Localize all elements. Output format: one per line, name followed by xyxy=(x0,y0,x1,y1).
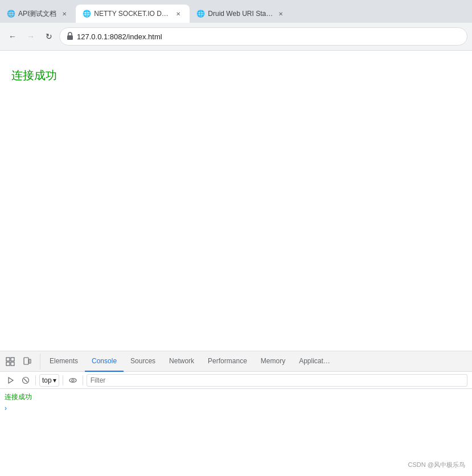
svg-rect-3 xyxy=(11,358,14,361)
toolbar-divider xyxy=(35,375,36,385)
tab-elements[interactable]: Elements xyxy=(43,351,85,372)
tab-network[interactable]: Network xyxy=(162,351,201,372)
tab-favicon-netty: 🌐 xyxy=(83,10,91,18)
tab-title-druid: Druid Web URI Sta… xyxy=(208,10,273,18)
tab-sources[interactable]: Sources xyxy=(124,351,162,372)
svg-rect-5 xyxy=(24,358,28,364)
console-chevron-icon: › xyxy=(5,404,7,412)
tab-memory[interactable]: Memory xyxy=(254,351,292,372)
tab-close-druid[interactable]: ✕ xyxy=(276,9,285,18)
devtools-tab-bar: Elements Console Sources Network Perform… xyxy=(0,351,472,372)
toolbar-divider-2 xyxy=(63,375,63,385)
tab-application[interactable]: Applicat… xyxy=(292,351,337,372)
console-log-text: 连接成功 xyxy=(5,392,32,402)
svg-marker-7 xyxy=(9,377,13,383)
watermark: CSDN @风中极乐鸟 xyxy=(408,461,465,469)
tab-bar: 🌐 API测试文档 ✕ 🌐 NETTY SOCKET.IO DEM… ✕ 🌐 D… xyxy=(0,0,472,23)
device-icon-button[interactable] xyxy=(19,354,35,370)
play-button[interactable] xyxy=(5,374,17,387)
svg-line-9 xyxy=(24,379,27,382)
url-text: 127.0.0.1:8082/index.html xyxy=(77,32,460,41)
tab-title-api: API测试文档 xyxy=(18,9,56,19)
top-selector[interactable]: top ▾ xyxy=(39,374,59,387)
url-bar[interactable]: 127.0.0.1:8082/index.html xyxy=(59,27,467,46)
toolbar-divider-3 xyxy=(83,375,83,385)
tab-title-netty: NETTY SOCKET.IO DEM… xyxy=(94,10,170,18)
refresh-button[interactable]: ↻ xyxy=(41,28,57,44)
filter-input[interactable] xyxy=(87,374,467,387)
devtools-panel: Elements Console Sources Network Perform… xyxy=(0,351,472,476)
stop-button[interactable] xyxy=(19,374,32,387)
connection-success-heading: 连接成功 xyxy=(11,68,461,83)
address-bar: ← → ↻ 127.0.0.1:8082/index.html xyxy=(0,23,472,50)
forward-button[interactable]: → xyxy=(23,28,39,44)
tab-performance[interactable]: Performance xyxy=(201,351,254,372)
tab-api[interactable]: 🌐 API测试文档 ✕ xyxy=(0,5,76,23)
console-log-line: 连接成功 xyxy=(0,391,472,403)
tab-close-netty[interactable]: ✕ xyxy=(174,9,183,18)
svg-rect-6 xyxy=(29,359,31,363)
page-content: 连接成功 xyxy=(0,51,472,351)
tab-favicon-api: 🌐 xyxy=(7,10,15,18)
svg-rect-2 xyxy=(6,362,10,366)
svg-point-11 xyxy=(72,379,74,381)
browser-chrome: 🌐 API测试文档 ✕ 🌐 NETTY SOCKET.IO DEM… ✕ 🌐 D… xyxy=(0,0,472,51)
chevron-down-icon: ▾ xyxy=(53,376,56,384)
tab-close-api[interactable]: ✕ xyxy=(60,9,69,18)
tab-console[interactable]: Console xyxy=(85,351,124,372)
console-output: 连接成功 › xyxy=(0,389,472,476)
console-toolbar: top ▾ xyxy=(0,372,472,389)
lock-icon xyxy=(67,32,73,42)
back-button[interactable]: ← xyxy=(5,28,20,44)
inspect-icon-button[interactable] xyxy=(2,354,18,370)
svg-rect-4 xyxy=(11,362,14,366)
svg-rect-0 xyxy=(67,35,73,40)
tab-netty[interactable]: 🌐 NETTY SOCKET.IO DEM… ✕ xyxy=(76,5,190,23)
console-prompt-line[interactable]: › xyxy=(0,403,472,413)
svg-rect-1 xyxy=(6,358,10,361)
devtools-icon-group xyxy=(2,354,40,370)
eye-button[interactable] xyxy=(67,374,79,387)
tab-druid[interactable]: 🌐 Druid Web URI Sta… ✕ xyxy=(190,5,292,23)
tab-favicon-druid: 🌐 xyxy=(196,10,204,18)
